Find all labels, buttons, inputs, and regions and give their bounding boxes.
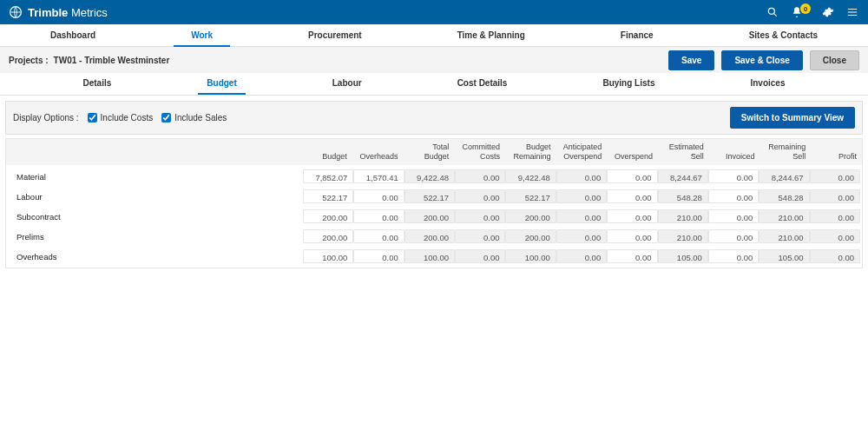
editable-cell[interactable]: 0.00	[607, 249, 657, 263]
readonly-cell: 522.17	[404, 189, 455, 203]
editable-cell[interactable]: 0.00	[708, 229, 759, 243]
main-tab-work[interactable]: Work	[174, 24, 230, 47]
editable-cell[interactable]: 0.00	[708, 169, 759, 183]
include-sales-label: Include Sales	[174, 113, 227, 122]
close-button[interactable]: Close	[810, 50, 859, 70]
main-tab-finance[interactable]: Finance	[603, 24, 671, 47]
editable-cell[interactable]: 200.00	[303, 229, 353, 243]
col-header-total-budget[interactable]: Total Budget	[403, 140, 454, 165]
col-header-remaining-sell[interactable]: Remaining Sell	[760, 140, 812, 165]
editable-cell[interactable]: 522.17	[303, 189, 353, 203]
readonly-cell: 9,422.48	[505, 169, 556, 183]
editable-cell[interactable]: 200.00	[303, 209, 353, 223]
sub-tab-labour[interactable]: Labour	[324, 73, 371, 95]
readonly-cell: 100.00	[505, 249, 556, 263]
sub-tab-budget[interactable]: Budget	[198, 73, 245, 95]
editable-cell[interactable]: 1,570.41	[353, 169, 404, 183]
readonly-cell: 0.00	[556, 169, 607, 183]
editable-cell[interactable]: 100.00	[303, 249, 353, 263]
table-row: Overheads100.000.00100.000.00100.000.000…	[8, 248, 860, 265]
menu-icon[interactable]	[845, 5, 859, 19]
col-header-invoiced[interactable]: Invoiced	[709, 149, 760, 165]
notification-count: 0	[800, 3, 811, 14]
readonly-cell: 200.00	[404, 229, 455, 243]
col-header-overspend[interactable]: Overspend	[607, 149, 658, 165]
editable-cell[interactable]: 0.00	[353, 189, 404, 203]
readonly-cell: 0.00	[810, 169, 860, 183]
budget-grid: BudgetOverheadsTotal BudgetCommitted Cos…	[5, 138, 863, 268]
main-tab-sites-contacts[interactable]: Sites & Contacts	[732, 24, 835, 47]
editable-cell[interactable]: 0.00	[607, 169, 657, 183]
readonly-cell: 522.17	[505, 189, 556, 203]
topbar: Trimble Metrics 0	[0, 0, 868, 24]
row-label: Prelims	[8, 229, 303, 243]
include-sales-checkbox[interactable]: Include Sales	[161, 113, 227, 122]
readonly-cell: 0.00	[556, 229, 607, 243]
projects-label: Projects :	[9, 56, 49, 65]
sub-tab-invoices[interactable]: Invoices	[741, 73, 793, 95]
grid-header-row: BudgetOverheadsTotal BudgetCommitted Cos…	[6, 139, 862, 165]
gear-icon[interactable]	[821, 5, 835, 19]
readonly-cell: 210.00	[759, 229, 809, 243]
col-header-row-label[interactable]	[6, 159, 301, 165]
readonly-cell: 0.00	[810, 249, 860, 263]
readonly-cell: 0.00	[455, 209, 505, 223]
search-icon[interactable]	[766, 5, 779, 19]
main-tab-dashboard[interactable]: Dashboard	[33, 24, 113, 47]
main-tab-procurement[interactable]: Procurement	[291, 24, 379, 47]
main-tab-time-planning[interactable]: Time & Planning	[440, 24, 542, 47]
editable-cell[interactable]: 0.00	[353, 249, 404, 263]
col-header-overheads[interactable]: Overheads	[352, 149, 404, 165]
brand-name: Trimble Metrics	[28, 6, 108, 19]
grid-body: Material7,852.071,570.419,422.480.009,42…	[6, 165, 862, 268]
col-header-budget[interactable]: Budget	[301, 149, 352, 165]
col-header-anticipated-overspend[interactable]: AnticipatedOverspend	[556, 140, 608, 165]
readonly-cell: 0.00	[455, 189, 505, 203]
editable-cell[interactable]: 0.00	[353, 209, 404, 223]
readonly-cell: 0.00	[455, 249, 505, 263]
switch-summary-button[interactable]: Switch to Summary View	[730, 107, 855, 129]
save-close-button[interactable]: Save & Close	[721, 50, 802, 70]
include-costs-checkbox[interactable]: Include Costs	[88, 113, 154, 122]
editable-cell[interactable]: 0.00	[708, 249, 759, 263]
col-header-estimated-sell[interactable]: Estimated Sell	[658, 140, 709, 165]
table-row: Material7,852.071,570.419,422.480.009,42…	[8, 168, 860, 185]
readonly-cell: 548.28	[759, 189, 809, 203]
readonly-cell: 9,422.48	[404, 169, 455, 183]
editable-cell[interactable]: 0.00	[607, 189, 657, 203]
readonly-cell: 0.00	[810, 189, 860, 203]
readonly-cell: 0.00	[556, 249, 607, 263]
save-button[interactable]: Save	[668, 50, 714, 70]
col-header-profit[interactable]: Profit	[811, 149, 862, 165]
table-row: Subcontract200.000.00200.000.00200.000.0…	[8, 208, 860, 225]
editable-cell[interactable]: 0.00	[708, 189, 759, 203]
editable-cell[interactable]: 7,852.07	[303, 169, 353, 183]
row-label: Labour	[8, 189, 303, 203]
readonly-cell: 200.00	[505, 209, 556, 223]
readonly-cell: 210.00	[759, 209, 809, 223]
project-bar: Projects : TW01 - Trimble Westminster Sa…	[0, 47, 868, 73]
sub-tab-cost-details[interactable]: Cost Details	[449, 73, 516, 95]
col-header-committed-costs[interactable]: Committed Costs	[454, 140, 505, 165]
row-label: Material	[8, 169, 303, 183]
readonly-cell: 100.00	[404, 249, 455, 263]
readonly-cell: 0.00	[810, 229, 860, 243]
editable-cell[interactable]: 0.00	[708, 209, 759, 223]
trimble-logo-icon	[9, 5, 23, 19]
sub-tab-details[interactable]: Details	[75, 73, 121, 95]
readonly-cell: 0.00	[556, 189, 607, 203]
readonly-cell: 200.00	[404, 209, 455, 223]
row-label: Subcontract	[8, 209, 303, 223]
editable-cell[interactable]: 0.00	[607, 209, 657, 223]
sub-tab-buying-lists[interactable]: Buying Lists	[594, 73, 663, 95]
table-row: Labour522.170.00522.170.00522.170.000.00…	[8, 188, 860, 205]
col-header-budget-remaining[interactable]: Budget Remaining	[505, 140, 556, 165]
display-options-label: Display Options :	[13, 113, 79, 122]
editable-cell[interactable]: 0.00	[353, 229, 404, 243]
include-costs-label: Include Costs	[101, 113, 154, 122]
notification-button[interactable]: 0	[790, 5, 811, 19]
editable-cell[interactable]: 0.00	[607, 229, 657, 243]
readonly-cell: 105.00	[759, 249, 809, 263]
table-row: Prelims200.000.00200.000.00200.000.000.0…	[8, 228, 860, 245]
topbar-actions: 0	[766, 5, 859, 19]
